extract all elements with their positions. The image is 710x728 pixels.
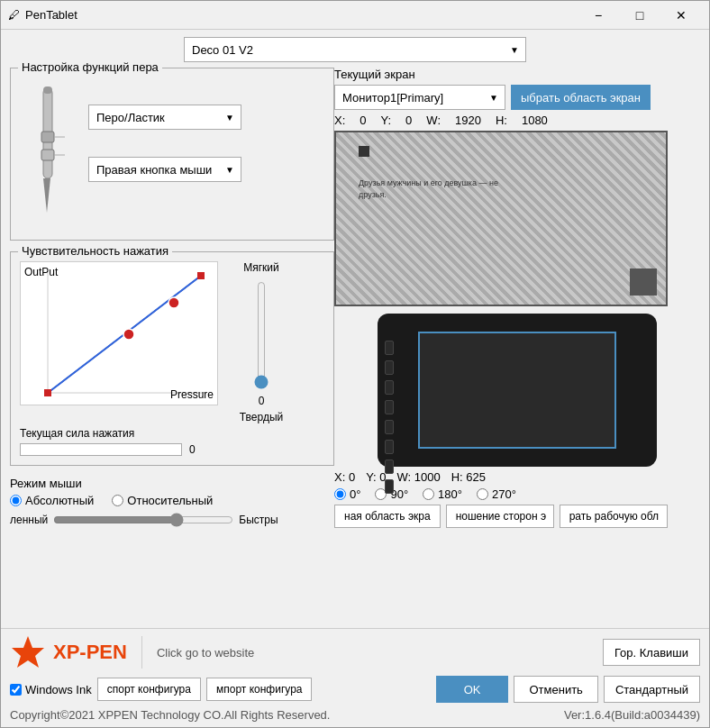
- screen-text: Друзья мужчины и его девушка — недрузья.: [359, 177, 498, 200]
- cancel-button[interactable]: Отменить: [514, 676, 597, 703]
- pen-graphic: [20, 86, 74, 231]
- export-config-button[interactable]: спорт конфигура: [97, 678, 201, 701]
- svg-rect-4: [43, 86, 52, 94]
- minimize-button[interactable]: −: [578, 1, 619, 30]
- pressure-section-title: Чувствительность нажатия: [18, 244, 172, 258]
- pressure-bar: [20, 443, 182, 456]
- rotation-180-value: 180°: [438, 487, 462, 501]
- pressure-graph: [21, 262, 218, 405]
- slider-value: 0: [259, 395, 265, 407]
- right-panel: Текущий экран Монитор1[Primary] ыбрать о…: [334, 68, 700, 628]
- titlebar: 🖊 PenTablet − □ ✕: [1, 1, 709, 30]
- windows-ink-label[interactable]: Windows Ink: [10, 683, 92, 696]
- pressure-slider-area: Мягкий 0 Твердый: [225, 261, 297, 423]
- device-select[interactable]: Deco 01 V2: [184, 37, 526, 62]
- copyright-text: Copyright©2021 XPPEN Technology CO.All R…: [10, 708, 330, 722]
- pressure-slider[interactable]: [250, 281, 272, 389]
- rotation-180-label[interactable]: 180°: [423, 487, 462, 501]
- windows-ink-text: Windows Ink: [25, 683, 92, 696]
- speed-slider[interactable]: [53, 513, 233, 527]
- y-value: 0: [405, 114, 412, 127]
- w-label: W:: [426, 114, 441, 127]
- close-button[interactable]: ✕: [660, 1, 702, 30]
- main-window: 🖊 PenTablet − □ ✕ Deco 01 V2 Настройка ф…: [0, 0, 710, 728]
- pen-eraser-select[interactable]: Перо/Ластик: [88, 105, 241, 130]
- tablet-w: W: 1000: [397, 470, 441, 484]
- windows-ink-checkbox[interactable]: [10, 684, 22, 696]
- tablet-h: H: 625: [451, 470, 486, 484]
- relative-radio-label[interactable]: Относительный: [112, 494, 213, 507]
- mouse-mode-radios: Абсолютный Относительный: [10, 494, 334, 507]
- window-title: 🖊 PenTablet: [8, 8, 77, 22]
- rotation-270-value: 270°: [492, 487, 516, 501]
- x-label: X:: [334, 114, 345, 127]
- tablet-button-3: [385, 380, 394, 395]
- rotation-0-label[interactable]: 0°: [334, 487, 360, 501]
- right-click-select[interactable]: Правая кнопка мыши: [88, 157, 241, 182]
- rotation-270-radio[interactable]: [477, 488, 488, 500]
- monitor-row: Монитор1[Primary] ыбрать область экран: [334, 85, 700, 110]
- logo-svg: [10, 634, 46, 670]
- svg-rect-2: [41, 132, 54, 142]
- tablet-button-8: [385, 479, 394, 494]
- speed-slider-row: ленный Быстры: [10, 513, 334, 527]
- rotation-0-value: 0°: [350, 487, 360, 501]
- tablet-buttons: [385, 341, 394, 494]
- coords-row: X: 0 Y: 0 W: 1920 H: 1080: [334, 114, 700, 127]
- rotation-270-label[interactable]: 270°: [477, 487, 516, 501]
- aspect-ratio-btn[interactable]: ношение сторон э: [446, 505, 554, 528]
- import-config-button[interactable]: мпорт конфигура: [206, 678, 313, 701]
- logo-separator: [141, 636, 142, 669]
- screen-hatched: Друзья мужчины и его девушка — недрузья.: [336, 132, 666, 305]
- standard-button[interactable]: Стандартный: [604, 676, 700, 703]
- absolute-radio-label[interactable]: Абсолютный: [10, 494, 94, 507]
- device-select-wrapper: Deco 01 V2: [184, 37, 526, 62]
- ok-button[interactable]: OK: [436, 676, 509, 703]
- left-panel: Настройка функций пера: [10, 68, 334, 628]
- tablet-button-2: [385, 360, 394, 375]
- pressure-force-row: Текущая сила нажатия: [20, 427, 324, 440]
- pressure-label: Pressure: [170, 388, 214, 401]
- tablet-outer: [378, 314, 657, 467]
- pen-section-title: Настройка функций пера: [18, 60, 162, 74]
- rotation-0-radio[interactable]: [334, 488, 346, 500]
- select-area-button[interactable]: ыбрать область экран: [511, 85, 651, 110]
- svg-rect-13: [44, 389, 51, 396]
- x-value: 0: [360, 114, 366, 127]
- tablet-button-6: [385, 440, 394, 454]
- svg-rect-3: [41, 150, 54, 160]
- maximize-button[interactable]: □: [619, 1, 660, 30]
- monitor-select[interactable]: Монитор1[Primary]: [334, 85, 505, 110]
- h-value: 1080: [522, 114, 548, 127]
- absolute-radio[interactable]: [10, 495, 22, 506]
- tablet-button-7: [385, 460, 394, 474]
- mouse-mode-title: Режим мыши: [10, 477, 334, 490]
- work-area-btn[interactable]: рать рабочую обл: [560, 505, 668, 528]
- pen-body: Перо/Ластик Правая кнопка мыши: [20, 77, 324, 231]
- hard-label: Твердый: [240, 411, 283, 423]
- svg-marker-1: [43, 178, 50, 213]
- tablet-y: Y: 0: [366, 470, 386, 484]
- xppen-logo: XP-PEN Click go to website: [10, 634, 254, 670]
- absolute-label: Абсолютный: [25, 494, 94, 507]
- tablet-button-5: [385, 420, 394, 434]
- hotkeys-button[interactable]: Гор. Клавиши: [603, 639, 700, 666]
- logo-text: XP-PEN: [53, 641, 127, 664]
- screen-area-btn[interactable]: ная область экра: [334, 505, 441, 528]
- main-content: Настройка функций пера: [1, 68, 709, 628]
- tablet-preview-area: [334, 314, 700, 467]
- relative-radio[interactable]: [112, 495, 123, 506]
- click-website[interactable]: Click go to website: [157, 646, 254, 660]
- soft-label: Мягкий: [243, 261, 279, 274]
- screen-small-box: [630, 268, 657, 296]
- screen-cursor: [359, 146, 369, 157]
- rotation-180-radio[interactable]: [423, 488, 434, 500]
- mouse-mode-section: Режим мыши Абсолютный Относительный ленн…: [10, 477, 334, 527]
- main-action-buttons: OK Отменить Стандартный: [436, 676, 700, 703]
- footer-top: XP-PEN Click go to website Гор. Клавиши: [10, 634, 700, 670]
- window-controls: − □ ✕: [578, 1, 702, 30]
- svg-rect-14: [197, 272, 205, 279]
- h-label: H:: [496, 114, 507, 127]
- app-icon: 🖊: [8, 8, 20, 22]
- svg-marker-15: [12, 636, 44, 668]
